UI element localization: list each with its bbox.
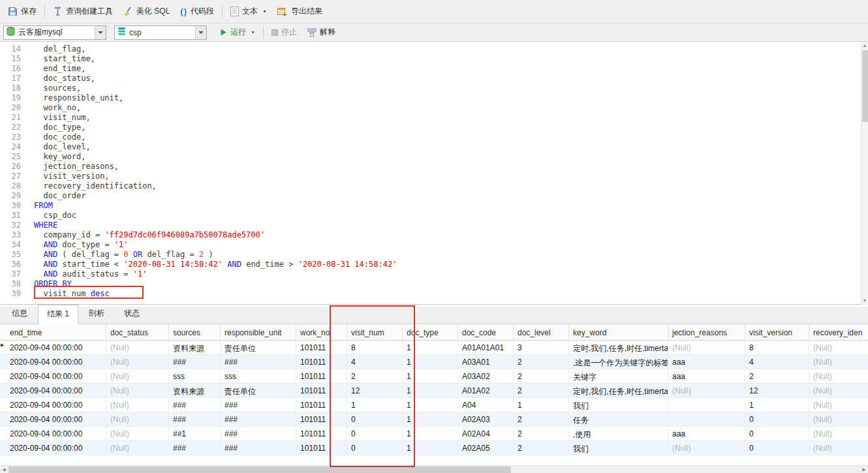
cell-responsible_unit[interactable]: ### xyxy=(221,427,296,440)
scroll-up-icon[interactable]: ▲ xyxy=(861,42,868,50)
stop-button[interactable]: 停止 xyxy=(266,23,302,41)
cell-key_word[interactable]: 关键字 xyxy=(569,369,668,383)
code-line[interactable]: 21 visit_num, xyxy=(0,113,861,123)
cell-visit_num[interactable]: 0 xyxy=(347,412,403,426)
scrollbar-thumb[interactable] xyxy=(8,466,511,473)
cell-end_time[interactable]: 2020-09-04 00:00:00 xyxy=(6,341,106,354)
editor-vscrollbar[interactable]: ▲ ▼ xyxy=(861,42,868,305)
code-line[interactable]: 38ORDER BY xyxy=(0,279,861,289)
table-row[interactable]: 2020-09-04 00:00:00(Null)######10101101A… xyxy=(0,412,868,427)
cell-recovery_iden[interactable]: (Null) xyxy=(809,441,868,455)
cell-jection_reasons[interactable]: (Null) xyxy=(668,341,745,354)
cell-visit_num[interactable]: 2 xyxy=(347,369,403,383)
cell-doc_level[interactable]: 2 xyxy=(514,427,569,440)
table-row[interactable]: 2020-09-04 00:00:00(Null)######10101101A… xyxy=(0,441,868,455)
cell-responsible_unit[interactable]: 责任单位 xyxy=(221,341,296,354)
column-header-doc_code[interactable]: doc_code xyxy=(458,324,514,340)
save-button[interactable]: 保存 xyxy=(3,3,42,20)
table-row[interactable]: 2020-09-04 00:00:00(Null)######10101111A… xyxy=(0,398,868,412)
cell-sources[interactable]: ### xyxy=(169,441,221,455)
cell-jection_reasons[interactable]: (Null) xyxy=(668,441,745,455)
cell-jection_reasons[interactable]: (Null) xyxy=(668,384,745,397)
cell-work_no[interactable]: 101011 xyxy=(296,341,347,354)
cell-key_word[interactable]: 定时,我们,任务,时任,timerta xyxy=(569,341,668,354)
cell-doc_code[interactable]: A02A05 xyxy=(458,441,514,455)
code-line[interactable]: 16 end_time, xyxy=(0,64,861,74)
column-header-sources[interactable]: sources xyxy=(169,324,221,340)
column-header-visit_version[interactable]: visit_version xyxy=(745,324,809,340)
cell-recovery_iden[interactable]: (Null) xyxy=(809,398,868,412)
database-select[interactable]: csp xyxy=(114,25,207,40)
grid-hscrollbar[interactable]: ◀ ▶ xyxy=(0,465,868,473)
code-line[interactable]: 15 start_time, xyxy=(0,54,861,64)
cell-doc_status[interactable]: (Null) xyxy=(106,369,169,383)
cell-visit_version[interactable]: 8 xyxy=(745,341,809,354)
cell-responsible_unit[interactable]: sss xyxy=(221,369,296,383)
code-line[interactable]: 27 visit_version, xyxy=(0,172,861,181)
cell-doc_type[interactable]: 1 xyxy=(403,398,458,412)
cell-responsible_unit[interactable]: ### xyxy=(221,441,296,455)
chevron-down-icon[interactable] xyxy=(195,26,206,39)
cell-doc_level[interactable]: 2 xyxy=(514,369,569,383)
cell-visit_num[interactable]: 0 xyxy=(347,427,403,440)
scroll-right-icon[interactable]: ▶ xyxy=(860,466,868,473)
code-line[interactable]: 23 doc_code, xyxy=(0,132,861,142)
scroll-down-icon[interactable]: ▼ xyxy=(861,297,868,305)
cell-sources[interactable]: 资料来源 xyxy=(169,341,221,354)
code-line[interactable]: 18 sources, xyxy=(0,84,861,93)
cell-sources[interactable]: sss xyxy=(169,369,221,383)
code-line[interactable]: 35 AND ( del_flag = 0 OR del_flag = 2 ) xyxy=(0,250,861,260)
cell-visit_num[interactable]: 0 xyxy=(347,441,403,455)
column-header-doc_level[interactable]: doc_level xyxy=(514,324,569,340)
query-builder-button[interactable]: 查询创建工具 xyxy=(48,3,118,20)
cell-doc_type[interactable]: 1 xyxy=(403,355,458,369)
cell-doc_level[interactable]: 1 xyxy=(514,398,569,412)
sql-editor[interactable]: 14 del_flag,15 start_time,16 end_time,17… xyxy=(0,42,861,305)
cell-doc_type[interactable]: 1 xyxy=(403,341,458,354)
cell-recovery_iden[interactable]: (Null) xyxy=(809,384,868,397)
cell-visit_num[interactable]: 1 xyxy=(347,398,403,412)
cell-work_no[interactable]: 101011 xyxy=(296,427,347,440)
code-line[interactable]: 17 doc_status, xyxy=(0,74,861,84)
code-line[interactable]: 33 company_id = 'ff29d7dc06f946089a7b500… xyxy=(0,230,861,240)
cell-doc_level[interactable]: 2 xyxy=(514,355,569,369)
cell-doc_code[interactable]: A02A03 xyxy=(458,412,514,426)
cell-jection_reasons[interactable]: aaa xyxy=(668,355,745,369)
cell-sources[interactable]: ### xyxy=(169,398,221,412)
cell-responsible_unit[interactable]: 责任单位 xyxy=(221,384,296,397)
cell-doc_code[interactable]: A02A04 xyxy=(458,427,514,440)
cell-sources[interactable]: ##1 xyxy=(169,427,221,440)
cell-sources[interactable]: ### xyxy=(169,412,221,426)
cell-visit_version[interactable]: 0 xyxy=(745,441,809,455)
cell-work_no[interactable]: 101011 xyxy=(296,355,347,369)
column-header-jection_reasons[interactable]: jection_reasons xyxy=(668,324,745,340)
table-row[interactable]: 2020-09-04 00:00:00(Null)ssssss10101121A… xyxy=(0,369,868,384)
cell-sources[interactable]: 资料来源 xyxy=(169,384,221,397)
cell-key_word[interactable]: 我们 xyxy=(569,398,668,412)
run-dropdown-caret-icon[interactable]: ▼ xyxy=(251,30,255,35)
export-results-button[interactable]: 导出结果 xyxy=(272,3,328,20)
cell-visit_num[interactable]: 8 xyxy=(347,341,403,354)
connection-select[interactable]: 云客服mysql xyxy=(3,25,106,40)
code-line[interactable]: 30FROM xyxy=(0,201,861,211)
cell-doc_status[interactable]: (Null) xyxy=(106,384,169,397)
cell-work_no[interactable]: 101011 xyxy=(296,398,347,412)
beautify-sql-button[interactable]: 美化 SQL xyxy=(118,3,175,20)
column-header-visit_num[interactable]: visit_num xyxy=(347,324,403,340)
column-header-recovery_iden[interactable]: recovery_iden xyxy=(809,324,868,340)
code-line[interactable]: 26 jection_reasons, xyxy=(0,162,861,172)
cell-visit_num[interactable]: 12 xyxy=(347,384,403,397)
cell-end_time[interactable]: 2020-09-04 00:00:00 xyxy=(6,398,106,412)
explain-button[interactable]: 解释 xyxy=(302,23,341,41)
code-line[interactable]: 39 visit_num desc xyxy=(0,289,861,299)
column-header-responsible_unit[interactable]: responsible_unit xyxy=(221,324,296,340)
cell-work_no[interactable]: 101011 xyxy=(296,384,347,397)
cell-responsible_unit[interactable]: ### xyxy=(221,412,296,426)
cell-jection_reasons[interactable]: aaa xyxy=(668,427,745,440)
cell-doc_level[interactable]: 2 xyxy=(514,441,569,455)
cell-doc_status[interactable]: (Null) xyxy=(106,412,169,426)
column-header-doc_status[interactable]: doc_status xyxy=(106,324,169,340)
cell-doc_type[interactable]: 1 xyxy=(403,441,458,455)
cell-recovery_iden[interactable]: (Null) xyxy=(809,427,868,440)
cell-visit_version[interactable]: 12 xyxy=(745,384,809,397)
